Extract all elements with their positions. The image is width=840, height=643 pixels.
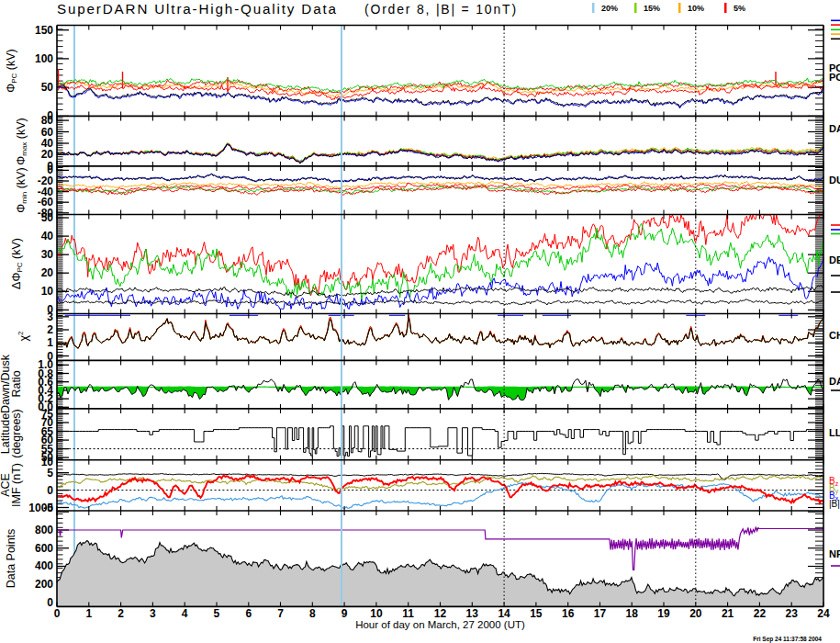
svg-text:DEL: DEL bbox=[829, 254, 840, 265]
svg-text:Data Points: Data Points bbox=[5, 529, 17, 589]
svg-text:2: 2 bbox=[47, 323, 53, 336]
svg-text:8: 8 bbox=[309, 607, 316, 620]
svg-text:1.0: 1.0 bbox=[38, 358, 53, 371]
svg-text:10%: 10% bbox=[688, 4, 704, 13]
svg-text:Φmax (kV): Φmax (kV) bbox=[15, 118, 28, 165]
svg-text:LLAT: LLAT bbox=[829, 427, 840, 438]
svg-text:3: 3 bbox=[47, 310, 53, 323]
svg-text:40: 40 bbox=[41, 230, 54, 243]
svg-text:17: 17 bbox=[594, 607, 607, 620]
svg-text:75: 75 bbox=[41, 408, 54, 421]
svg-text:10: 10 bbox=[41, 456, 54, 468]
svg-text:60: 60 bbox=[41, 126, 54, 139]
svg-text:6: 6 bbox=[245, 607, 252, 620]
svg-text:20: 20 bbox=[41, 148, 54, 161]
svg-text:200: 200 bbox=[35, 578, 53, 591]
svg-text:7: 7 bbox=[277, 607, 284, 620]
svg-text:DUS: DUS bbox=[829, 175, 840, 186]
svg-text:400: 400 bbox=[35, 559, 53, 572]
svg-text:Ratio: Ratio bbox=[10, 370, 23, 397]
svg-text:4: 4 bbox=[182, 607, 188, 620]
svg-text:30: 30 bbox=[41, 248, 54, 261]
svg-text:800: 800 bbox=[35, 524, 53, 536]
svg-text:20: 20 bbox=[41, 266, 54, 279]
svg-text:50: 50 bbox=[41, 211, 54, 224]
svg-text:DAY: DAY bbox=[829, 123, 840, 134]
svg-text:|B|: |B| bbox=[829, 499, 840, 509]
svg-text:20%: 20% bbox=[601, 4, 618, 13]
svg-text:19: 19 bbox=[657, 607, 670, 620]
svg-text:50: 50 bbox=[41, 81, 54, 94]
svg-text:600: 600 bbox=[35, 542, 53, 555]
svg-text:100: 100 bbox=[35, 52, 53, 65]
svg-text:CHI: CHI bbox=[829, 330, 840, 341]
svg-text:13: 13 bbox=[466, 607, 479, 620]
svg-text:16: 16 bbox=[562, 607, 575, 620]
svg-text:0: 0 bbox=[54, 607, 61, 620]
svg-text:40: 40 bbox=[41, 137, 54, 150]
svg-text:23: 23 bbox=[786, 607, 799, 620]
svg-text:15: 15 bbox=[530, 607, 543, 620]
svg-text:9: 9 bbox=[342, 607, 348, 620]
svg-text:14: 14 bbox=[498, 607, 510, 620]
svg-text:5: 5 bbox=[214, 607, 220, 620]
svg-text:10: 10 bbox=[370, 607, 383, 620]
svg-text:Hour of day on March, 27 2000: Hour of day on March, 27 2000 (UT) bbox=[355, 619, 525, 630]
svg-text:15%: 15% bbox=[644, 4, 660, 13]
svg-text:150: 150 bbox=[35, 24, 53, 37]
svg-text:Fri Sep 24 11:37:58 2004: Fri Sep 24 11:37:58 2004 bbox=[753, 636, 822, 643]
svg-text:0: 0 bbox=[47, 484, 53, 497]
svg-text:1: 1 bbox=[47, 336, 53, 349]
svg-text:NP: NP bbox=[829, 548, 840, 559]
svg-text:0: 0 bbox=[47, 596, 53, 609]
svg-text:Φmin (kV): Φmin (kV) bbox=[15, 167, 28, 212]
svg-text:80: 80 bbox=[41, 114, 54, 127]
svg-text:10: 10 bbox=[41, 285, 54, 298]
svg-text:POT: POT bbox=[829, 72, 840, 83]
svg-text:21: 21 bbox=[722, 607, 734, 620]
svg-text:22: 22 bbox=[754, 607, 767, 620]
svg-text:11: 11 bbox=[402, 607, 414, 620]
svg-text:5%: 5% bbox=[734, 4, 745, 13]
svg-text:1000: 1000 bbox=[28, 502, 53, 514]
svg-text:DAW: DAW bbox=[829, 376, 840, 387]
svg-text:SuperDARN Ultra-High-Quality D: SuperDARN Ultra-High-Quality Data bbox=[57, 1, 338, 17]
svg-text:ΦPC (kV): ΦPC (kV) bbox=[5, 49, 18, 93]
svg-text:12: 12 bbox=[434, 607, 447, 620]
svg-text:24: 24 bbox=[817, 607, 830, 620]
svg-text:20: 20 bbox=[689, 607, 702, 620]
svg-text:1: 1 bbox=[85, 607, 92, 620]
svg-text:IMF (nT): IMF (nT) bbox=[10, 463, 23, 507]
svg-text:(degrees): (degrees) bbox=[10, 409, 23, 458]
svg-text:3: 3 bbox=[150, 607, 156, 620]
svg-text:2: 2 bbox=[118, 607, 124, 620]
svg-text:(Order 8, |B| = 10nT): (Order 8, |B| = 10nT) bbox=[364, 2, 518, 17]
svg-text:18: 18 bbox=[626, 607, 639, 620]
